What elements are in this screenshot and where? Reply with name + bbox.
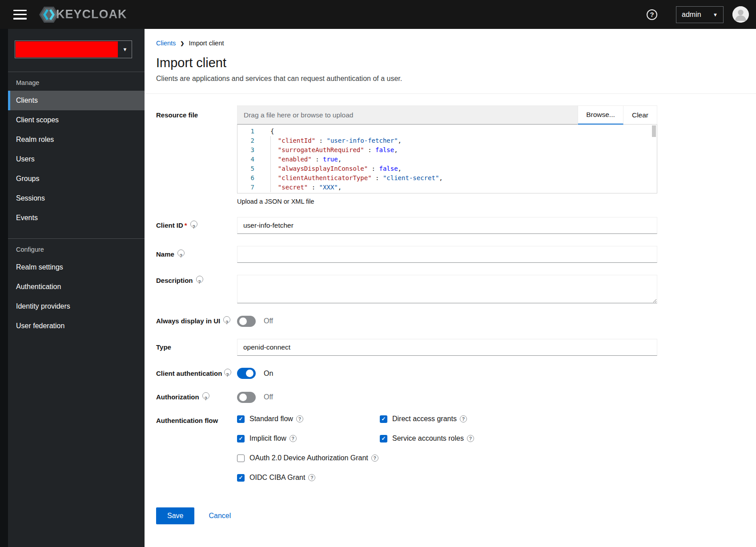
- checkbox-unchecked-oauth-2-0-device-authorization-grant[interactable]: [237, 454, 245, 462]
- checkbox-label: Service accounts roles: [392, 434, 464, 442]
- help-icon[interactable]: ?: [224, 369, 231, 376]
- client-authentication-label: Client authentication ?: [156, 368, 237, 379]
- clear-button[interactable]: Clear: [623, 105, 657, 125]
- chevron-down-icon: ▼: [118, 41, 132, 58]
- sidebar-item-identity-providers[interactable]: Identity providers: [8, 297, 145, 316]
- cancel-button[interactable]: Cancel: [209, 512, 231, 520]
- checkbox-checked-service-accounts-roles[interactable]: ✓: [380, 435, 387, 442]
- auth-flow-option: OAuth 2.0 Device Authorization Grant?: [237, 454, 380, 462]
- authentication-flow-label: Authentication flow: [156, 415, 237, 426]
- json-code-editor[interactable]: 1{2 "clientId" : "user-info-fetcher",3 "…: [237, 125, 657, 193]
- help-icon[interactable]: ?: [177, 249, 185, 257]
- sidebar-item-authentication[interactable]: Authentication: [8, 277, 145, 297]
- help-icon[interactable]: ?: [308, 474, 315, 481]
- chevron-right-icon: ❯: [180, 40, 184, 46]
- line-number: 4: [237, 155, 262, 164]
- help-icon[interactable]: ?: [290, 435, 297, 442]
- help-icon[interactable]: ?: [467, 435, 474, 442]
- file-drop-zone[interactable]: Drag a file here or browse to upload: [237, 105, 578, 125]
- auth-flow-option: ✓Service accounts roles?: [380, 434, 657, 442]
- sidebar-item-users[interactable]: Users: [8, 149, 145, 169]
- checkbox-checked-standard-flow[interactable]: ✓: [237, 415, 245, 423]
- help-icon[interactable]: ?: [196, 276, 203, 283]
- required-asterisk: *: [185, 221, 187, 229]
- sidebar-item-user-federation[interactable]: User federation: [8, 316, 145, 336]
- authorization-toggle[interactable]: [237, 392, 256, 403]
- person-icon: [732, 6, 749, 23]
- import-client-form: Resource file Drag a file here or browse…: [145, 94, 756, 524]
- sidebar-item-events[interactable]: Events: [8, 208, 145, 228]
- avatar[interactable]: [732, 6, 749, 23]
- help-icon[interactable]: ?: [371, 454, 378, 462]
- sidebar-item-groups[interactable]: Groups: [8, 169, 145, 189]
- description-textarea[interactable]: [237, 275, 657, 303]
- save-button[interactable]: Save: [156, 507, 194, 524]
- always-display-label: Always display in UI?: [156, 315, 237, 327]
- line-number: 1: [237, 127, 262, 136]
- code-line: 1{: [237, 127, 657, 136]
- help-icon[interactable]: ?: [460, 415, 467, 422]
- page-title: Import client: [156, 56, 744, 70]
- checkbox-checked-direct-access-grants[interactable]: ✓: [380, 415, 387, 423]
- browse-button[interactable]: Browse...: [578, 105, 623, 125]
- sidebar-item-realm-settings[interactable]: Realm settings: [8, 257, 145, 277]
- checkbox-label: OAuth 2.0 Device Authorization Grant: [249, 454, 368, 462]
- help-icon[interactable]: ?: [647, 9, 657, 20]
- form-actions: Save Cancel: [156, 507, 657, 524]
- client-id-label: Client ID*?: [156, 220, 237, 231]
- sidebar-item-client-scopes[interactable]: Client scopes: [8, 110, 145, 130]
- code-line: 7 "secret" : "XXX",: [237, 183, 657, 192]
- editor-scrollbar-thumb[interactable]: [652, 125, 656, 137]
- realm-selector-dropdown[interactable]: ▼: [15, 40, 132, 58]
- checkbox-checked-implicit-flow[interactable]: ✓: [237, 435, 245, 442]
- nav-section-title: Manage: [8, 75, 145, 91]
- auth-flow-option: ✓Implicit flow?: [237, 434, 380, 442]
- name-label: Name?: [156, 249, 237, 260]
- toggle-state-label: Off: [264, 317, 273, 325]
- line-number: 2: [237, 136, 262, 145]
- code-line: 2 "clientId" : "user-info-fetcher",: [237, 136, 657, 145]
- sidebar-item-realm-roles[interactable]: Realm roles: [8, 130, 145, 149]
- main-content: Clients ❯ Import client Import client Cl…: [145, 29, 756, 547]
- client-authentication-toggle[interactable]: [237, 368, 256, 379]
- always-display-toggle[interactable]: [237, 316, 256, 327]
- checkbox-label: OIDC CIBA Grant: [249, 474, 305, 482]
- checkbox-label: Direct access grants: [392, 415, 457, 423]
- code-line: 6 "clientAuthenticatorType" : "client-se…: [237, 173, 657, 183]
- toggle-state-label: Off: [264, 393, 273, 401]
- client-id-input[interactable]: [237, 217, 657, 234]
- code-lines: 1{2 "clientId" : "user-info-fetcher",3 "…: [237, 127, 657, 192]
- help-icon[interactable]: ?: [296, 415, 303, 422]
- authentication-flow-options: ✓Standard flow?✓Direct access grants?✓Im…: [237, 415, 657, 482]
- help-icon[interactable]: ?: [190, 221, 197, 228]
- line-number: 3: [237, 145, 262, 155]
- hamburger-menu-icon[interactable]: [13, 10, 27, 20]
- nav-section-title: Configure: [8, 241, 145, 257]
- sidebar-item-clients[interactable]: Clients: [8, 91, 145, 110]
- brand-text: KEYCLOAK: [56, 8, 127, 21]
- masthead: KEYCLOAK ? admin ▼: [0, 0, 756, 29]
- line-number: 6: [237, 173, 262, 183]
- sidebar-left-rail: [0, 29, 8, 547]
- help-icon[interactable]: ?: [202, 392, 209, 399]
- user-menu-dropdown[interactable]: admin ▼: [676, 6, 724, 23]
- type-label: Type: [156, 342, 237, 353]
- realm-name-redacted: [16, 41, 118, 57]
- breadcrumb-current: Import client: [189, 40, 224, 47]
- page-subtitle: Clients are applications and services th…: [156, 75, 744, 93]
- user-menu-label: admin: [682, 11, 701, 19]
- keycloak-admin-console: KEYCLOAK ? admin ▼ ▼ ManageClientsClient…: [0, 0, 756, 547]
- checkbox-checked-oidc-ciba-grant[interactable]: ✓: [237, 474, 245, 482]
- help-icon[interactable]: ?: [223, 316, 230, 323]
- auth-flow-option: ✓Standard flow?: [237, 415, 380, 423]
- sidebar-nav: ManageClientsClient scopesRealm rolesUse…: [0, 72, 145, 336]
- keycloak-logo: KEYCLOAK: [39, 6, 127, 24]
- type-input[interactable]: [237, 339, 657, 356]
- code-line: 5 "alwaysDisplayInConsole" : false,: [237, 164, 657, 173]
- name-input[interactable]: [237, 246, 657, 263]
- checkbox-label: Standard flow: [249, 415, 293, 423]
- breadcrumb-link-clients[interactable]: Clients: [156, 40, 176, 47]
- sidebar-item-sessions[interactable]: Sessions: [8, 189, 145, 208]
- auth-flow-option: ✓OIDC CIBA Grant?: [237, 474, 380, 482]
- description-label: Description?: [156, 275, 237, 286]
